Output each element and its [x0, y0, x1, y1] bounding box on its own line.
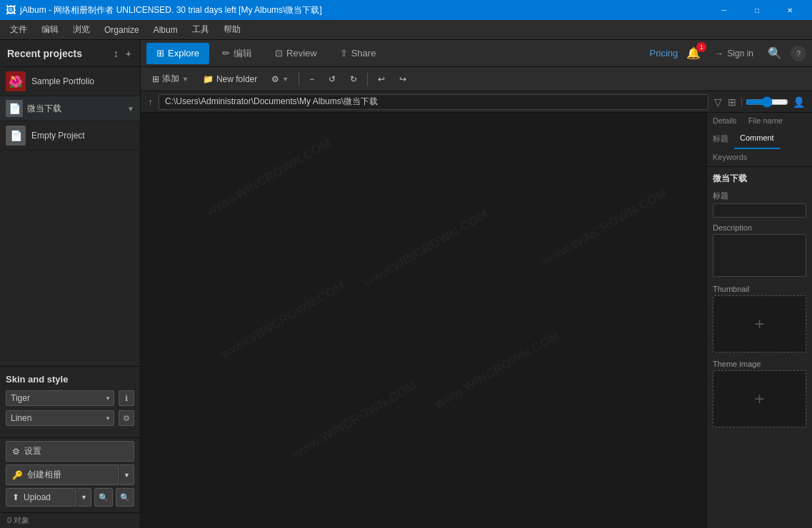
address-input[interactable]	[159, 94, 708, 110]
filter-button[interactable]: ▽	[713, 95, 723, 109]
tools-icon: ⚙	[271, 74, 279, 84]
delete-button[interactable]: −	[304, 70, 320, 88]
upload-arrow-button[interactable]: ▼	[77, 488, 91, 507]
skin-info-button[interactable]: ℹ	[119, 390, 134, 406]
thumbnail-upload-box[interactable]: +	[713, 295, 806, 352]
review-tab-label: Review	[286, 48, 317, 59]
create-album-arrow-button[interactable]: ▼	[120, 464, 134, 485]
signin-button[interactable]: → Sign in	[709, 43, 759, 64]
description-field-textarea[interactable]	[713, 234, 806, 277]
close-button[interactable]: ✕	[773, 0, 806, 20]
watermark-6: www.WINCROWN.COM	[289, 378, 419, 462]
menu-item-浏览[interactable]: 浏览	[66, 21, 97, 39]
global-search-button[interactable]: 🔍	[765, 45, 785, 61]
watermark-5: www.WINCROWN.COM	[539, 186, 669, 269]
add-icon: ⊞	[152, 74, 159, 84]
description-field-label: Description	[713, 223, 806, 232]
menu-item-工具[interactable]: 工具	[185, 21, 216, 39]
folder-name-weicurrent: 微当下载	[27, 103, 127, 115]
panel-tab-keywords[interactable]: Keywords	[707, 149, 753, 166]
top-toolbar: ⊞ Explore ✏ 编辑 ⊡ Review ⇧ Share Pricing …	[141, 40, 812, 67]
rotate-left-button[interactable]: ↺	[323, 70, 341, 88]
redo-icon: ↪	[399, 74, 406, 84]
create-album-button[interactable]: 🔑 创建相册	[6, 464, 119, 485]
theme-image-upload-box[interactable]: +	[713, 370, 806, 427]
title-field-label: 标题	[713, 191, 806, 201]
app-icon: 🖼	[6, 4, 16, 16]
address-bar: ↑ ▽ ⊞ | 👤	[141, 91, 812, 113]
watermark-4: www.WINCROWN.COM	[432, 328, 562, 412]
share-tab-label: Share	[351, 48, 376, 59]
search-bottom-button[interactable]: 🔍	[94, 488, 113, 507]
share-tab-icon: ⇧	[340, 48, 348, 59]
right-panel-tabs: Details File name 标题 Comment Keywords	[707, 113, 812, 167]
project-sample-portfolio[interactable]: 🌺 Sample Portfolio	[0, 67, 140, 96]
tab-edit[interactable]: ✏ 编辑	[212, 43, 262, 64]
person-button[interactable]: 👤	[791, 95, 806, 109]
go-up-button[interactable]: ↑	[146, 95, 154, 109]
explore-tab-label: Explore	[168, 48, 199, 59]
menu-item-编辑[interactable]: 编辑	[34, 21, 66, 39]
search-bottom-button2[interactable]: 🔍	[116, 488, 134, 507]
rotate-right-icon: ↻	[350, 74, 357, 84]
menu-item-Organize[interactable]: Organize	[97, 22, 146, 38]
add-project-button[interactable]: +	[124, 46, 133, 61]
main-layout: Recent projects ↕ + 🌺 Sample Portfolio 📄…	[0, 40, 812, 528]
style-settings-button[interactable]: ⚙	[119, 410, 134, 426]
skin-select[interactable]: Tiger	[6, 390, 114, 406]
address-right-controls: ▽ ⊞ | 👤	[713, 95, 806, 109]
help-button[interactable]: ?	[791, 46, 806, 61]
style-select[interactable]: Linen	[6, 410, 114, 426]
view-toggle-button[interactable]: ⊞	[726, 95, 738, 109]
rotate-right-button[interactable]: ↻	[344, 70, 363, 88]
tab-explore[interactable]: ⊞ Explore	[146, 43, 209, 64]
menu-item-文件[interactable]: 文件	[3, 21, 34, 39]
sidebar-header: Recent projects ↕ +	[0, 40, 140, 67]
tab-share[interactable]: ⇧ Share	[330, 43, 386, 64]
add-button[interactable]: ⊞ 添加 ▼	[146, 70, 194, 88]
pricing-link[interactable]: Pricing	[650, 48, 678, 59]
window-controls: ─ □ ✕	[708, 0, 806, 20]
project-folder-weicurrent[interactable]: 📄 微当下载 ▼	[0, 96, 140, 121]
review-tab-icon: ⊡	[275, 48, 283, 59]
status-text: 0 对象	[7, 516, 29, 524]
notification-count: 1	[696, 42, 706, 52]
upload-button[interactable]: ⬆ Upload	[6, 488, 76, 507]
maximize-button[interactable]: □	[741, 0, 773, 20]
right-panel: Details File name 标题 Comment Keywords 微当…	[706, 113, 812, 528]
action-bar: ⊞ 添加 ▼ 📁 New folder ⚙ ▼ − ↺ ↻	[141, 67, 812, 91]
panel-tab-biaoti[interactable]: 标题	[707, 130, 734, 149]
thumbnail-label: Thumbnail	[713, 285, 806, 293]
project-icon-empty: 📄	[6, 126, 26, 146]
watermark-1: www.WINCROWN.COM	[204, 136, 334, 219]
style-dropdown-row: Linen ⚙	[6, 410, 134, 426]
project-icon-sample: 🌺	[6, 71, 26, 91]
new-folder-label: New folder	[216, 74, 257, 84]
undo-button[interactable]: ↩	[372, 70, 391, 88]
menu-item-帮助[interactable]: 帮助	[216, 21, 248, 39]
upload-split: ⬆ Upload ▼	[6, 488, 91, 507]
zoom-slider[interactable]	[746, 96, 788, 108]
tab-review[interactable]: ⊡ Review	[265, 43, 327, 64]
edit-tab-icon: ✏	[222, 48, 230, 59]
panel-tab-comment[interactable]: Comment	[734, 130, 780, 149]
panel-tab-details[interactable]: Details	[707, 113, 743, 130]
delete-icon: −	[309, 74, 314, 84]
new-folder-button[interactable]: 📁 New folder	[197, 70, 263, 88]
tools-dropdown-arrow: ▼	[282, 76, 289, 83]
tools-button[interactable]: ⚙ ▼	[266, 70, 294, 88]
watermark-2: www.WINCROWN.COM	[361, 207, 491, 290]
settings-button[interactable]: ⚙ 设置	[6, 441, 134, 462]
title-field-input[interactable]	[713, 203, 806, 218]
action-separator-1	[299, 73, 299, 86]
settings-label: 设置	[24, 445, 41, 457]
style-select-wrapper: Linen	[6, 410, 114, 426]
panel-tab-filename[interactable]: File name	[743, 113, 788, 130]
file-browser[interactable]: www.WINCROWN.COM www.WINCROWN.COM www.WI…	[141, 113, 706, 528]
redo-button[interactable]: ↪	[394, 70, 412, 88]
sort-projects-button[interactable]: ↕	[112, 46, 120, 61]
project-empty[interactable]: 📄 Empty Project	[0, 121, 140, 151]
minimize-button[interactable]: ─	[708, 0, 741, 20]
menu-item-Album[interactable]: Album	[146, 22, 185, 38]
content-area: ⊞ Explore ✏ 编辑 ⊡ Review ⇧ Share Pricing …	[141, 40, 812, 528]
